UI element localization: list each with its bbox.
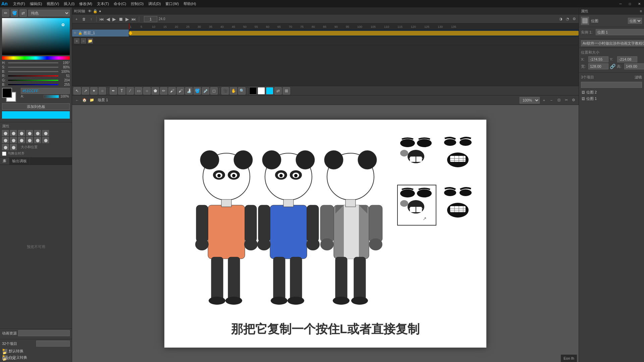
- lasso-tool[interactable]: ○: [99, 87, 106, 95]
- snap-to-grid-btn[interactable]: ⊞: [283, 87, 290, 95]
- canvas-home-btn[interactable]: 🏠: [82, 97, 88, 103]
- fg-color-swatch[interactable]: [2, 88, 12, 98]
- size-height[interactable]: ⬤: [10, 144, 17, 150]
- eraser-tool[interactable]: ◻: [210, 87, 218, 95]
- size-width[interactable]: ⬤: [2, 144, 9, 150]
- right-item-bitmap2[interactable]: 🖼 位图 2: [581, 89, 642, 96]
- add-layer-btn[interactable]: +: [74, 38, 79, 44]
- hue-track[interactable]: [8, 62, 58, 63]
- canvas-back-btn[interactable]: ←: [74, 97, 80, 103]
- eyedrop-tool[interactable]: 💉: [202, 87, 209, 95]
- menu-command[interactable]: 命令(C): [112, 1, 128, 7]
- canvas-zoom-out-btn[interactable]: −: [548, 97, 554, 103]
- layer-visibility-icon[interactable]: 👁: [73, 31, 77, 35]
- subselect-tool[interactable]: ↗: [82, 87, 89, 95]
- bucket-tool[interactable]: 🪣: [194, 87, 201, 95]
- alpha-slider[interactable]: [44, 95, 59, 98]
- dist-top[interactable]: ⬤: [26, 137, 33, 143]
- menu-help[interactable]: 帮助(H): [181, 1, 198, 7]
- dist-center-h[interactable]: ⬤: [10, 137, 17, 143]
- prev-frame-btn[interactable]: ◀: [106, 16, 111, 22]
- menu-insert[interactable]: 插入(I): [62, 1, 76, 7]
- right-panel-menu[interactable]: ≡: [640, 9, 642, 13]
- list-item-defaults[interactable]: ▶ 📁 默认转换: [2, 348, 70, 354]
- canvas-clip-btn[interactable]: ✂: [563, 97, 569, 103]
- hue-bar[interactable]: [2, 56, 70, 60]
- dot-icon[interactable]: ●: [99, 9, 101, 13]
- layer-frame-row-1[interactable]: [129, 29, 579, 37]
- link-icon[interactable]: 🔗: [610, 64, 615, 69]
- b-track[interactable]: [8, 84, 58, 85]
- transform-tool[interactable]: ✦: [90, 87, 98, 95]
- layer-lock-icon[interactable]: 🔒: [78, 31, 82, 35]
- skip-start-btn[interactable]: ⏮: [99, 16, 105, 22]
- dist-left[interactable]: ⬤: [2, 137, 9, 143]
- inkbottle-tool[interactable]: 🍶: [185, 87, 193, 95]
- layer-folder-btn[interactable]: 📁: [88, 38, 93, 44]
- dist-bottom[interactable]: ⬤: [42, 137, 49, 143]
- library-tab-library[interactable]: 库: [0, 158, 9, 165]
- layer-row-1[interactable]: 👁 🔒 图层_1: [72, 29, 129, 37]
- align-bottom[interactable]: ⬤: [42, 130, 49, 136]
- color-swap-btn[interactable]: ⇄: [274, 87, 282, 95]
- canvas-fit-btn[interactable]: ⊡: [556, 97, 562, 103]
- select-tool[interactable]: ↖: [73, 87, 81, 95]
- filter-button[interactable]: 滤镜: [635, 75, 642, 80]
- right-file-dropdown[interactable]: An软件一小时做出涉外动画文字教程04头部和说...: [581, 40, 644, 46]
- menu-control[interactable]: 控制(O): [129, 1, 146, 7]
- delete-layer-btn[interactable]: 🗑: [81, 16, 87, 22]
- brush-tool[interactable]: 🖌: [168, 87, 176, 95]
- color-tool-swap[interactable]: ⇄: [19, 9, 27, 17]
- color-gradient-picker[interactable]: [2, 18, 70, 55]
- w-input[interactable]: [588, 63, 608, 69]
- brush2-tool[interactable]: 🖌: [177, 87, 184, 95]
- text-tool[interactable]: T: [118, 87, 125, 95]
- g-track[interactable]: [8, 80, 58, 81]
- color-type-select[interactable]: 纯色: [28, 10, 70, 16]
- playhead[interactable]: [129, 23, 129, 29]
- add-swatch-button[interactable]: 添加到色板: [2, 103, 70, 110]
- current-color-btn[interactable]: [266, 87, 273, 95]
- align-left[interactable]: ⬤: [2, 130, 9, 136]
- items-search-input[interactable]: [36, 341, 70, 347]
- align-right[interactable]: ⬤: [18, 130, 25, 136]
- canvas-zoom-in-btn[interactable]: +: [541, 97, 547, 103]
- minimize-button[interactable]: ─: [616, 0, 625, 7]
- menu-edit[interactable]: 编辑(E): [28, 1, 44, 7]
- drawing-area[interactable]: ↗ 那把它复制一个按住L或者直接复制: [164, 120, 486, 348]
- current-frame-input[interactable]: [144, 16, 157, 22]
- right-item-bitmap1[interactable]: 🖼 位图 1: [581, 96, 642, 102]
- menu-window[interactable]: 窗口(W): [163, 1, 181, 7]
- skip-end-btn[interactable]: ⏭: [131, 16, 137, 22]
- anim-search-input[interactable]: [18, 330, 70, 336]
- play-btn[interactable]: ▶: [112, 16, 117, 22]
- hand-tool[interactable]: ✋: [230, 87, 237, 95]
- color-tool-pen[interactable]: ✏: [2, 9, 9, 17]
- del-layer-btn[interactable]: −: [81, 38, 86, 44]
- dist-right[interactable]: ⬤: [18, 137, 25, 143]
- y-input[interactable]: [617, 56, 637, 62]
- rect-tool[interactable]: ▭: [135, 87, 142, 95]
- zoom-tool[interactable]: 🔍: [238, 87, 246, 95]
- pencil-tool[interactable]: ✏: [160, 87, 167, 95]
- stroke-color-btn[interactable]: [249, 87, 257, 95]
- menu-file[interactable]: 文件(F): [11, 1, 27, 7]
- onion-outlines-btn[interactable]: ◔: [565, 16, 571, 22]
- poly-tool[interactable]: ⬟: [152, 87, 159, 95]
- oval-tool[interactable]: ○: [143, 87, 151, 95]
- pen-tool[interactable]: ✒: [110, 87, 117, 95]
- camera-tool[interactable]: 🎥: [221, 87, 229, 95]
- menu-debug[interactable]: 调试(D): [146, 1, 163, 7]
- instance-name-input[interactable]: [596, 29, 644, 35]
- onion-skin-btn[interactable]: ◑: [558, 16, 564, 22]
- instance-type-select[interactable]: 位图: [628, 18, 642, 24]
- next-frame-btn[interactable]: ▶: [125, 16, 130, 22]
- align-center-h[interactable]: ⬤: [10, 130, 17, 136]
- color-tool-fill[interactable]: 🪣: [11, 9, 18, 17]
- close-button[interactable]: ✕: [635, 0, 644, 7]
- stop-btn[interactable]: ⏹: [118, 16, 124, 22]
- right-search-input[interactable]: [581, 82, 642, 88]
- align-top[interactable]: ⬤: [26, 130, 33, 136]
- menu-view[interactable]: 视图(V): [45, 1, 61, 7]
- r-track[interactable]: [8, 75, 58, 76]
